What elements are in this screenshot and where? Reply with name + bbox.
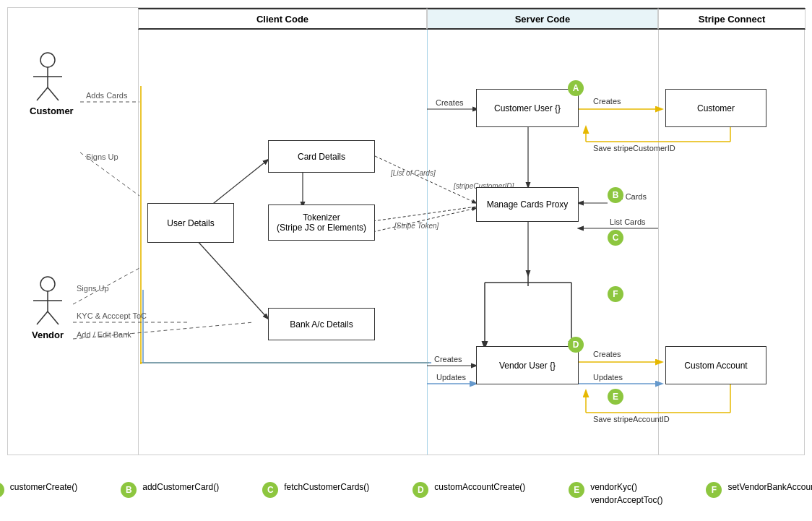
col-stripe-header: Stripe Connect: [658, 8, 805, 30]
badge-f: F: [608, 286, 623, 302]
legend-text-a: customerCreate(): [10, 481, 77, 494]
svg-text:Creates: Creates: [593, 97, 621, 106]
custom-account-box: Custom Account: [665, 346, 766, 384]
svg-line-63: [37, 311, 48, 324]
legend: A customerCreate() B addCustomerCard() C…: [7, 473, 805, 514]
svg-line-51: [196, 239, 268, 319]
customer-label: Customer: [30, 106, 74, 116]
svg-text:Creates: Creates: [434, 355, 462, 363]
legend-item-c: C fetchCustomerCards(): [262, 481, 369, 507]
card-details-box: Card Details: [268, 140, 375, 173]
badge-a: A: [568, 80, 584, 96]
svg-rect-3: [142, 362, 431, 363]
legend-item-a: A customerCreate(): [0, 481, 77, 507]
svg-line-58: [37, 87, 48, 100]
legend-item-e: E vendorKyc() vendorAcceptToc(): [569, 481, 662, 507]
badge-d: D: [568, 337, 584, 353]
svg-point-60: [40, 277, 55, 291]
legend-badge-e: E: [569, 482, 584, 498]
legend-item-b: B addCustomerCard(): [121, 481, 219, 507]
bank-details-box: Bank A/c Details: [268, 308, 375, 340]
customer-stripe-box: Customer: [665, 89, 766, 127]
svg-text:Save stripeCustomerID: Save stripeCustomerID: [593, 144, 675, 152]
badge-b: B: [608, 187, 623, 203]
tokenizer-box: Tokenizer(Stripe JS or Elements): [268, 204, 375, 241]
svg-text:Adds Cards: Adds Cards: [86, 91, 128, 100]
legend-text-f: setVendorBankAccount(): [727, 481, 812, 494]
svg-text:Signs Up: Signs Up: [86, 152, 118, 161]
svg-text:Creates: Creates: [436, 98, 464, 107]
svg-line-20: [373, 208, 476, 232]
svg-rect-2: [142, 290, 144, 363]
legend-badge-b: B: [121, 482, 137, 498]
svg-line-52: [373, 207, 476, 221]
manage-cards-box: Manage Cards Proxy: [476, 187, 579, 222]
svg-point-55: [40, 53, 55, 67]
svg-text:Updates: Updates: [436, 373, 466, 382]
diagram-container: Client Code Server Code Stripe Connect C…: [0, 0, 812, 521]
svg-text:List Cards: List Cards: [610, 218, 646, 226]
badge-c: C: [608, 230, 623, 246]
svg-text:KYC & Acccept ToC: KYC & Acccept ToC: [77, 311, 147, 320]
legend-text-b: addCustomerCard(): [142, 481, 219, 494]
legend-badge-a: A: [0, 482, 4, 498]
svg-rect-0: [140, 86, 142, 364]
customer-actor: Customer: [30, 51, 74, 116]
legend-text-e: vendorKyc() vendorAcceptToc(): [590, 481, 662, 507]
svg-text:[Stripe Token]: [Stripe Token]: [394, 222, 439, 230]
svg-line-47: [73, 322, 254, 339]
col-server-header: Server Code: [427, 8, 658, 30]
legend-badge-f: F: [706, 482, 722, 498]
vendor-user-box: Vendor User {}: [476, 346, 579, 384]
svg-line-64: [48, 311, 59, 324]
customer-user-box: Customer User {}: [476, 89, 579, 127]
legend-item-d: D customAccountCreate(): [413, 481, 525, 507]
svg-text:Save stripeAccountID: Save stripeAccountID: [593, 415, 670, 423]
svg-line-59: [48, 87, 59, 100]
badge-e: E: [608, 389, 623, 405]
svg-text:Signs Up: Signs Up: [77, 284, 109, 293]
vendor-label: Vendor: [30, 330, 66, 340]
vendor-actor: Vendor: [30, 275, 66, 340]
legend-badge-c: C: [262, 482, 278, 498]
col-client-header: Client Code: [138, 8, 427, 30]
svg-line-17: [375, 156, 476, 203]
legend-text-c: fetchCustomerCards(): [284, 481, 369, 494]
svg-text:Creates: Creates: [593, 350, 621, 358]
customer-figure: [30, 51, 66, 102]
diagram-area: Client Code Server Code Stripe Connect C…: [7, 7, 805, 455]
svg-text:Updates: Updates: [593, 373, 623, 382]
svg-text:[List of Cards]: [List of Cards]: [390, 169, 436, 177]
legend-text-d: customAccountCreate(): [434, 481, 525, 494]
svg-text:Add / Edit Bank: Add / Edit Bank: [77, 330, 131, 339]
user-details-box: User Details: [147, 203, 234, 243]
diagram-lines: Creates Creates Save stripeCustomerID Ad…: [8, 8, 804, 455]
vendor-figure: [30, 275, 66, 326]
svg-rect-1: [140, 362, 429, 363]
svg-line-43: [73, 268, 139, 304]
legend-item-f: F setVendorBankAccount(): [706, 481, 812, 507]
svg-line-41: [80, 152, 139, 196]
legend-badge-d: D: [413, 482, 428, 498]
